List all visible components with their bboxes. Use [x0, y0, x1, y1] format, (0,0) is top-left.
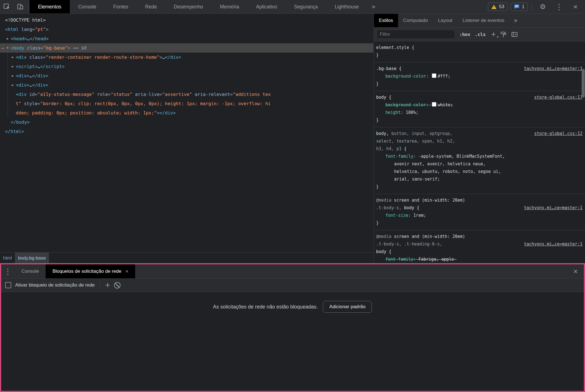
css-declaration[interactable]: background-color: #fff; [376, 73, 582, 80]
dom-breadcrumb: htmlbody.bg-base [0, 252, 373, 263]
devtools-tab-elementos[interactable]: Elementos [30, 0, 70, 13]
more-sidebar-tabs-icon[interactable]: » [509, 14, 522, 27]
rule-selector[interactable]: .t-body-s, .t-heading-6-s,tachyons.mi…ce… [376, 240, 582, 248]
dom-tree-node[interactable]: </html> [0, 127, 373, 136]
drawer-network-request-blocking: ⋮ ConsoleBloqueios de solicitação de red… [0, 263, 585, 392]
drawer-empty-state: As solicitações de rede não estão bloque… [1, 301, 584, 313]
dom-tree-node[interactable]: <!DOCTYPE html> [0, 15, 373, 25]
expand-arrow-icon[interactable]: ▶ [6, 34, 10, 43]
enable-network-blocking-label[interactable]: Ativar bloqueio de solicitação de rede [15, 282, 95, 288]
node-overflow-dots-icon[interactable]: … [1, 42, 4, 52]
devtools-tab-seguranca[interactable]: Segurança [285, 0, 326, 13]
rule-selector[interactable]: .t-body-s, body {tachyons.mi…ce=master:1 [376, 204, 582, 212]
close-drawer-icon[interactable]: × [571, 264, 580, 278]
stylesheet-link[interactable]: store-global.css:12 [534, 130, 582, 138]
issues-badge[interactable]: 1 [511, 3, 528, 11]
breadcrumb-body-bg-base[interactable]: body.bg-base [15, 253, 49, 263]
rule-selector[interactable]: .bg-base {tachyons.mi…ce=master:1 [376, 65, 582, 73]
dom-tree-node[interactable]: t" style="border: 0px; clip: rect(0px, 0… [0, 99, 373, 108]
styles-tab-computado[interactable]: Computado [398, 14, 433, 27]
devtools-tab-memoria[interactable]: Memória [211, 0, 247, 13]
devtools-tab-rede[interactable]: Rede [137, 0, 165, 13]
close-devtools-icon[interactable]: × [569, 3, 582, 11]
toggle-sidebar-icon[interactable] [511, 31, 518, 38]
devtools-tab-fontes[interactable]: Fontes [105, 0, 137, 13]
expand-arrow-icon[interactable]: ▶ [11, 62, 15, 71]
stylesheet-link[interactable]: store-global.css:17 [534, 94, 582, 101]
devtools-tab-console[interactable]: Console [70, 0, 105, 13]
devtools-window: ElementosConsoleFontesRedeDesempenhoMemó… [0, 0, 585, 392]
scrollbar-thumb[interactable] [582, 69, 585, 98]
settings-gear-icon[interactable]: ⚙ [536, 3, 550, 11]
styles-filter-input[interactable] [377, 30, 455, 39]
rule-close-brace: } [376, 116, 582, 124]
dom-tree-node[interactable]: ▶<script>…</script> [0, 62, 373, 71]
expand-arrow-icon[interactable]: ▶ [11, 71, 15, 80]
rule-close-brace: } [376, 219, 582, 227]
style-rule: @media screen and (min-width: 20em).t-bo… [374, 194, 585, 230]
devtools-tab-desempenho[interactable]: Desempenho [165, 0, 211, 13]
drawer-tab-console[interactable]: Console [15, 264, 46, 278]
close-tab-icon[interactable]: × [125, 268, 128, 274]
toolbar-separator [28, 3, 28, 10]
dom-tree: <!DOCTYPE html><html lang="pt">▶<head>…<… [0, 14, 373, 252]
paint-roller-icon[interactable] [500, 31, 507, 38]
color-swatch[interactable] [432, 102, 436, 107]
stylesheet-link[interactable]: tachyons.mi…ce=master:1 [524, 65, 582, 73]
rule-close-brace: } [376, 183, 582, 191]
elements-panel: <!DOCTYPE html><html lang="pt">▶<head>…<… [0, 14, 373, 263]
expand-arrow-icon[interactable]: ▼ [6, 43, 10, 53]
dom-tree-node[interactable]: dden; padding: 0px; position: absolute; … [0, 108, 373, 118]
stylesheet-link[interactable]: tachyons.mi…ce=master:1 [524, 204, 582, 212]
rule-selector[interactable]: body {store-global.css:17 [376, 94, 582, 101]
rule-selector[interactable]: body { [376, 248, 582, 256]
styles-tab-listener-de-eventos[interactable]: Listener de eventos [457, 14, 509, 27]
devtools-tab-lighthouse[interactable]: Lighthouse [326, 0, 367, 13]
dom-tree-node[interactable]: ▶<div>…</div> [0, 80, 373, 90]
device-toolbar-icon[interactable] [14, 0, 27, 13]
enable-network-blocking-checkbox[interactable] [5, 282, 11, 288]
css-declaration[interactable]: height: 100%; [376, 109, 582, 116]
style-rule: @media screen and (min-width: 20em).t-bo… [374, 230, 585, 263]
kebab-menu-icon[interactable]: ⋮ [552, 2, 566, 12]
css-declaration[interactable]: font-family: Fabriga, apple- [376, 256, 582, 263]
rule-selector[interactable]: element.style { [376, 44, 582, 51]
more-panels-icon[interactable]: » [367, 0, 380, 13]
rule-selector[interactable]: h3, h4, p1 { [376, 145, 582, 153]
new-style-rule-icon[interactable]: + [491, 31, 496, 37]
breadcrumb-html[interactable]: html [0, 253, 15, 263]
dom-tree-node[interactable]: ▶<div class="render-container render-rou… [0, 53, 373, 62]
dom-tree-node[interactable]: ▶<head>…</head> [0, 34, 373, 43]
devtools-tab-aplicativo[interactable]: Aplicativo [247, 0, 285, 13]
warning-count: 53 [499, 4, 504, 10]
expand-arrow-icon[interactable]: ▶ [11, 53, 15, 62]
color-swatch[interactable] [432, 73, 436, 78]
pseudo-state-toggle[interactable]: :hov [459, 32, 470, 37]
css-declaration[interactable]: font-size: 1rem; [376, 212, 582, 219]
css-rules-list: element.style {}.bg-base {tachyons.mi…ce… [374, 41, 585, 263]
styles-tab-layout[interactable]: Layout [433, 14, 457, 27]
dom-tree-node[interactable]: <html lang="pt"> [0, 25, 373, 34]
media-query: @media screen and (min-width: 20em) [376, 197, 582, 204]
dom-tree-node[interactable]: <div id="a11y-status-message" role="stat… [0, 90, 373, 99]
dom-tree-node[interactable]: …▼<body class="bg-base"> == $0 [0, 43, 373, 53]
inspect-cursor-glyph [3, 3, 10, 10]
styles-tab-estilos[interactable]: Estilos [374, 14, 398, 27]
rule-selector[interactable]: body, button, input, optgroup,store-glob… [376, 130, 582, 138]
dom-tree-node[interactable]: ▶<div>…</div> [0, 71, 373, 80]
style-rule: body, button, input, optgroup,store-glob… [374, 127, 585, 194]
inspect-element-icon[interactable] [0, 0, 14, 13]
add-pattern-icon[interactable]: + [105, 282, 110, 289]
expand-arrow-icon[interactable]: ▶ [11, 80, 15, 90]
drawer-menu-icon[interactable]: ⋮ [1, 264, 15, 278]
css-declaration[interactable]: font-family: -apple-system, BlinkMacSyst… [376, 153, 582, 160]
dom-tree-node[interactable]: </body> [0, 118, 373, 127]
stylesheet-link[interactable]: tachyons.mi…ce=master:1 [524, 240, 582, 248]
rule-selector[interactable]: select, textarea, span, h1, h2, [376, 138, 582, 145]
drawer-tab-bloqueios-de-solicitacao-de-rede[interactable]: Bloqueios de solicitação de rede× [46, 264, 135, 278]
warnings-badge[interactable]: 53 [488, 3, 508, 11]
add-pattern-button[interactable]: Adicionar padrão [323, 301, 372, 313]
remove-all-patterns-icon[interactable] [114, 282, 120, 289]
css-declaration[interactable]: background-color: white; [376, 101, 582, 109]
element-class-toggle[interactable]: .cls [475, 32, 486, 37]
